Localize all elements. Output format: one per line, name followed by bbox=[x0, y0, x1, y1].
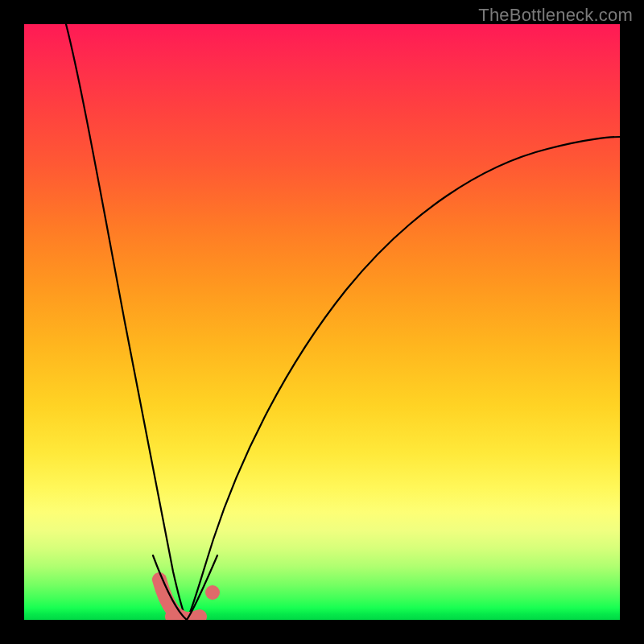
curve-left-branch bbox=[66, 24, 187, 620]
plot-area bbox=[24, 24, 620, 620]
curve-right-branch bbox=[187, 137, 620, 620]
pink-highlight-dot bbox=[205, 585, 220, 600]
curve-layer bbox=[24, 24, 620, 620]
watermark-text: TheBottleneck.com bbox=[478, 5, 633, 26]
chart-frame: TheBottleneck.com bbox=[0, 0, 644, 644]
